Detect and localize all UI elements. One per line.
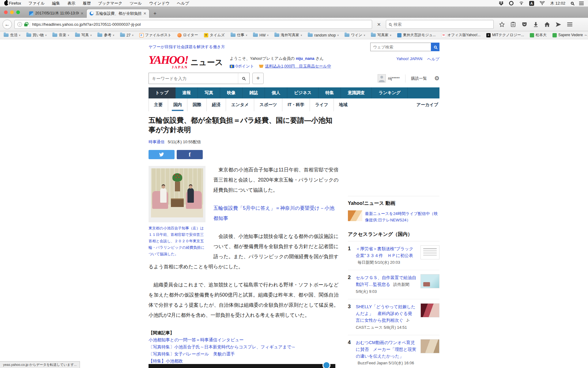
bookmark-item[interactable]: F ファイルポスト (139, 33, 172, 38)
bookmark-item[interactable]: + MITテクノロジー... (486, 33, 524, 38)
input-source-icon[interactable]: A (529, 1, 534, 6)
nav-tab[interactable]: 特集 (318, 87, 341, 98)
creative-cloud-icon[interactable] (509, 1, 514, 6)
ranking-thumbnail[interactable] (420, 245, 439, 259)
dropbox-icon[interactable] (499, 1, 503, 6)
menu-item[interactable]: ブックマーク (98, 1, 123, 6)
bookmark-item[interactable]: 27 (120, 33, 134, 37)
zoom-window-button[interactable] (16, 10, 20, 14)
bookmark-item[interactable]: 海外写真家 (274, 33, 302, 38)
back-button[interactable]: ← (2, 20, 12, 29)
page-info-icon[interactable]: i (17, 22, 22, 27)
subnav-tab[interactable]: 経済 (206, 98, 226, 111)
bookmark-item[interactable]: 参考 (97, 33, 114, 38)
account-id[interactable]: nij***** (388, 76, 400, 81)
menu-hamburger-icon[interactable] (565, 20, 575, 29)
browser-tab[interactable]: 2017/05/11/木 11:00-13:00 | S ✕ (26, 9, 86, 18)
bookmark-item[interactable]: 東外大言語モジュ... (397, 33, 436, 38)
bookmark-star-icon[interactable] (497, 20, 507, 29)
new-tab-button[interactable]: + (149, 10, 160, 18)
bookmark-item[interactable]: Sapere Vedere ～... (552, 33, 588, 38)
video-link[interactable]: 最新ニュースを24時間ライブ配信中（映像提供:日テレNEWS24） (365, 210, 439, 223)
video-item[interactable]: 最新ニュースを24時間ライブ配信中（映像提供:日テレNEWS24） (348, 210, 439, 223)
close-window-button[interactable] (4, 10, 8, 14)
facebook-share-button[interactable]: f (177, 150, 203, 159)
related-article-link[interactable]: 〔写真特集〕女子バレーボール 美貌の選手 (149, 351, 339, 358)
apple-icon[interactable] (4, 1, 8, 6)
nav-tab[interactable]: 雑誌 (243, 87, 265, 98)
menu-item[interactable]: ツール (130, 1, 142, 6)
ranking-thumbnail[interactable] (420, 274, 439, 288)
help-link[interactable]: ヘルプ (427, 56, 439, 62)
bookmark-item[interactable]: HW (253, 33, 269, 37)
spotlight-icon[interactable] (571, 2, 574, 5)
subnav-tab[interactable]: スポーツ (254, 98, 282, 111)
home-icon[interactable] (543, 20, 552, 29)
nav-tab[interactable]: ビジネス (287, 87, 318, 98)
bookmark-item[interactable]: Y! オフィス版Yahoo!... (442, 33, 481, 38)
sale-link[interactable]: 送料込み1,000円 目玉商品セール中 (265, 63, 331, 69)
menu-item[interactable]: ヘルプ (177, 1, 189, 6)
nav-tab[interactable]: 意識調査 (341, 87, 372, 98)
subnav-tab[interactable]: ライフ (310, 98, 334, 111)
twitter-share-button[interactable] (149, 150, 175, 159)
article-photo[interactable] (151, 168, 203, 217)
ranking-thumbnail[interactable] (420, 303, 439, 317)
downloads-icon[interactable] (531, 20, 541, 29)
add-search-tab-button[interactable]: + (252, 73, 264, 84)
gear-icon[interactable]: ⚙ (434, 75, 439, 82)
points-link[interactable]: 0ポイント (236, 63, 254, 69)
subnav-tab[interactable]: 国際 (187, 98, 206, 111)
notification-center-icon[interactable] (579, 2, 584, 5)
web-search-input[interactable] (371, 45, 431, 49)
news-source-link[interactable]: 時事通信 (149, 140, 164, 144)
ranking-thumbnail[interactable] (420, 339, 439, 353)
menu-item[interactable]: 表示 (67, 1, 75, 6)
ranking-link[interactable]: おむつCM動画のワンオペ育児に賛否 メーカー「理想と現実の違いを伝えたかった」 (356, 340, 416, 358)
bookmark-item[interactable]: ワイン (345, 33, 365, 38)
keyword-search-input[interactable] (149, 76, 238, 81)
audio-icon[interactable] (519, 1, 524, 5)
bookmark-item[interactable]: 買い物 (26, 33, 47, 38)
bookmark-item[interactable]: T タイムズ (204, 33, 225, 38)
bookmark-item[interactable]: 仕事 (231, 33, 247, 38)
menu-item[interactable]: ファイル (28, 1, 45, 6)
promo-link[interactable]: ヤフーが目指す社会課題を解決する働き方 (149, 44, 225, 50)
menu-item[interactable]: 編集 (52, 1, 60, 6)
bookmark-item[interactable]: ロイター (177, 33, 198, 38)
menu-item[interactable]: Firefox (9, 1, 21, 6)
web-search-button[interactable] (431, 43, 439, 51)
bookmark-item[interactable]: random shop (308, 33, 339, 37)
search-input[interactable] (394, 22, 490, 27)
bookmark-item[interactable]: 写真 (75, 33, 92, 38)
browser-search-field[interactable] (386, 20, 494, 29)
subnav-tab[interactable]: 主要 (149, 98, 168, 111)
subnav-tab[interactable]: エンタメ (226, 98, 254, 111)
menu-item[interactable]: ウインドウ (149, 1, 170, 6)
bookmark-item[interactable]: 音楽 (52, 33, 69, 38)
bookmark-item[interactable]: 写真家 (371, 33, 391, 38)
https-lock-icon[interactable] (24, 24, 28, 26)
bookmark-item[interactable]: 松本大 (530, 33, 547, 38)
keyword-search-button[interactable] (238, 73, 249, 84)
yahoo-japan-link[interactable]: Yahoo! JAPAN (396, 56, 422, 62)
archive-link[interactable]: アーカイブ (417, 102, 439, 108)
related-article-link[interactable]: 〔写真特集〕小池百合子氏～日本新党時代からコスプレ、フィギュアまで～ (149, 343, 339, 351)
ranking-link[interactable]: ＜厚労省＞書類送検"ブラック企業"３３４件 ＨＰに初公表 (356, 246, 413, 258)
nav-tab[interactable]: 個人 (265, 87, 287, 98)
nav-tab[interactable]: ランキング (372, 87, 408, 98)
video-thumbnail[interactable] (348, 210, 362, 221)
menu-item[interactable]: 履歴 (83, 1, 91, 6)
nav-tab[interactable]: 写真 (198, 87, 220, 98)
avatar[interactable] (378, 74, 386, 82)
tab-close-icon[interactable]: ✕ (81, 11, 84, 16)
menu-bar-clock[interactable]: 木 12:02 (550, 1, 565, 6)
wifi-icon[interactable] (540, 1, 545, 5)
comment-bubble-peek[interactable] (322, 361, 330, 368)
url-text[interactable]: https://headlines.yahoo.co.jp/hl?a=20170… (32, 22, 141, 27)
web-search-box[interactable] (370, 43, 439, 51)
tab-close-icon[interactable]: ✕ (143, 11, 146, 16)
pocket-icon[interactable] (520, 20, 529, 29)
browser-tab-active[interactable]: 五輪仮設費、都が全額負担=パ ✕ (86, 9, 149, 18)
subnav-tab[interactable]: IT・科学 (282, 98, 309, 111)
